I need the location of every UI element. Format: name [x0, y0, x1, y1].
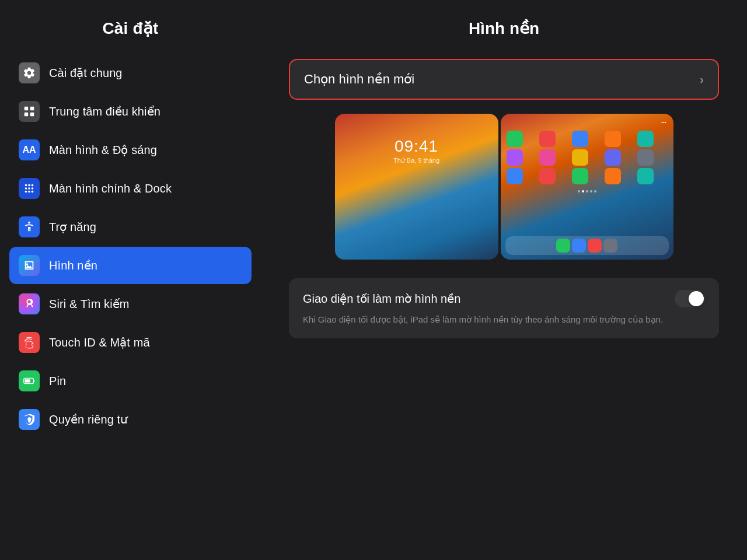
battery-svg: [23, 374, 36, 387]
sidebar-item-tro-nang[interactable]: Trợ năng: [9, 208, 252, 246]
sidebar-item-quyen-rieng-tu[interactable]: Quyền riêng tư: [9, 401, 252, 438]
choose-wallpaper-card[interactable]: Chọn hình nền mới ›: [289, 59, 719, 100]
sidebar-title: Cài đặt: [102, 19, 158, 37]
battery-icon: [19, 370, 40, 391]
sidebar-item-label: Touch ID & Mật mã: [49, 335, 150, 349]
fingerprint-svg: [23, 336, 36, 349]
home-icon: [605, 131, 621, 147]
privacy-icon: [19, 409, 40, 430]
dock-icon: [572, 239, 586, 253]
sidebar: Cài đặt Cài đặt chung Trung tâm điề: [0, 0, 261, 560]
home-icons-grid: [505, 128, 669, 187]
lock-date: Thứ Ba, 9 tháng: [393, 157, 439, 164]
home-grid-svg: [23, 182, 36, 195]
svg-point-13: [28, 222, 30, 224]
gear-svg: [23, 66, 36, 79]
home-icon: [605, 149, 621, 166]
sidebar-item-touch-id-mat-ma[interactable]: Touch ID & Mật mã: [9, 324, 252, 361]
svg-point-8: [28, 187, 30, 190]
home-icon: [572, 168, 588, 184]
sidebar-list: Cài đặt chung Trung tâm điều khiển AA Mà…: [0, 50, 261, 560]
svg-point-10: [25, 191, 27, 193]
home-icon: [539, 168, 556, 184]
main-content: Hình nền Chọn hình nền mới › 09:41 Thứ B…: [261, 0, 747, 560]
sidebar-item-label: Trung tâm điều khiển: [49, 104, 160, 118]
controls-svg: [23, 105, 36, 118]
dock-dot: [590, 190, 592, 192]
siri-svg: [23, 298, 36, 310]
dock-icon: [556, 239, 570, 253]
home-icon: [507, 131, 523, 147]
svg-point-11: [28, 191, 30, 193]
accessibility-icon: [19, 216, 40, 237]
dark-mode-section: Giao diện tối làm mờ hình nền Khi Giao d…: [289, 278, 719, 338]
home-icon: [637, 131, 654, 147]
accessibility-svg: [23, 220, 36, 233]
svg-rect-3: [30, 113, 34, 116]
display-icon: AA: [19, 139, 40, 160]
dark-mode-description: Khi Giao diện tối được bật, iPad sẽ làm …: [303, 313, 705, 327]
sidebar-item-hinh-nen[interactable]: Hình nền: [9, 247, 252, 284]
preview-home-screen: •••: [501, 114, 673, 260]
sidebar-item-label: Siri & Tìm kiếm: [49, 297, 130, 311]
main-body: Chọn hình nền mới › 09:41 Thứ Ba, 9 thán…: [261, 50, 747, 560]
dock-dot: [594, 190, 596, 192]
siri-icon: [19, 293, 40, 314]
chevron-right-icon: ›: [700, 73, 704, 86]
toggle-knob: [689, 291, 704, 306]
fingerprint-icon: [19, 332, 40, 353]
wallpaper-svg: [23, 259, 36, 272]
sidebar-item-man-hinh-chinh-dock[interactable]: Màn hình chính & Dock: [9, 170, 252, 207]
gear-icon: [19, 62, 40, 83]
preview-container: 09:41 Thứ Ba, 9 tháng •••: [335, 114, 673, 260]
toggle-row: Giao diện tối làm mờ hình nền: [303, 290, 705, 307]
svg-rect-2: [25, 113, 28, 116]
sidebar-item-man-hinh-do-sang[interactable]: AA Màn hình & Độ sáng: [9, 131, 252, 169]
svg-point-7: [25, 187, 27, 190]
sidebar-header: Cài đặt: [0, 0, 261, 50]
svg-point-12: [32, 191, 34, 193]
sidebar-item-pin[interactable]: Pin: [9, 362, 252, 400]
sidebar-item-siri-tim-kiem[interactable]: Siri & Tìm kiếm: [9, 285, 252, 323]
home-status-text: •••: [661, 120, 666, 125]
main-header: Hình nền: [261, 0, 747, 50]
svg-point-4: [25, 184, 27, 187]
home-dock: [505, 236, 669, 255]
dock-dot: [586, 190, 588, 192]
sidebar-item-label: Trợ năng: [49, 220, 96, 234]
home-status-bar: •••: [505, 118, 669, 126]
controls-icon: [19, 101, 40, 122]
svg-point-9: [32, 187, 34, 190]
sidebar-item-label: Màn hình chính & Dock: [49, 182, 172, 195]
sidebar-item-label: Quyền riêng tư: [49, 412, 128, 426]
home-icon: [539, 131, 556, 147]
svg-rect-0: [25, 107, 28, 110]
home-icon: [507, 168, 523, 184]
home-dock-dots: [505, 190, 669, 192]
home-icon: [572, 131, 588, 147]
home-icon: [539, 149, 556, 166]
sidebar-item-cai-dat-chung[interactable]: Cài đặt chung: [9, 54, 252, 92]
dock-icon: [603, 239, 617, 253]
privacy-svg: [23, 413, 36, 426]
sidebar-item-trung-tam-dieu-khien[interactable]: Trung tâm điều khiển: [9, 93, 252, 130]
svg-point-5: [28, 184, 30, 187]
home-icon: [507, 149, 523, 166]
dock-dot-active: [582, 190, 584, 192]
home-icon: [605, 168, 621, 184]
preview-lock-screen: 09:41 Thứ Ba, 9 tháng: [335, 114, 498, 260]
wallpaper-preview: 09:41 Thứ Ba, 9 tháng •••: [289, 109, 719, 269]
svg-point-6: [32, 184, 34, 187]
dark-mode-toggle[interactable]: [675, 290, 705, 307]
svg-rect-1: [30, 107, 34, 110]
svg-rect-15: [33, 380, 34, 382]
lock-time: 09:41: [395, 137, 438, 156]
home-grid-icon: [19, 178, 40, 199]
wallpaper-icon: [19, 255, 40, 276]
dock-icon: [588, 239, 602, 253]
sidebar-item-label: Pin: [49, 374, 66, 388]
dark-mode-label: Giao diện tối làm mờ hình nền: [303, 292, 460, 306]
svg-rect-16: [25, 379, 30, 383]
main-title: Hình nền: [469, 19, 539, 37]
home-icon: [637, 168, 654, 184]
